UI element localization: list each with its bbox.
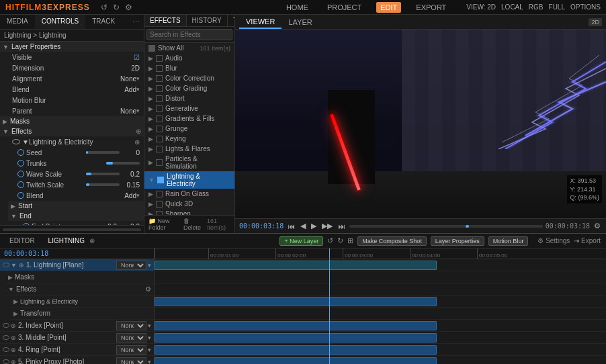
track-4-blend[interactable]: None [116, 345, 146, 355]
new-layer-btn[interactable]: + New Layer [279, 236, 323, 246]
effects-blur[interactable]: ▶Blur [144, 63, 234, 73]
playback-prev-frame[interactable]: ◀ [299, 222, 307, 230]
track-row-1[interactable]: ▼ ⊕ 1. Lightning [Plane] None ▾ [0, 259, 154, 271]
effects-lightning[interactable]: ▼Lightning & Electricity [144, 171, 234, 189]
effects-show-all[interactable]: Show All 161 Item(s) [144, 43, 234, 53]
nav-tab-home[interactable]: HOME [282, 2, 312, 13]
section-start[interactable]: ▶ Start [8, 201, 144, 211]
tl-block-5[interactable] [155, 357, 437, 364]
track-row-3[interactable]: ⊕ 3. Middle [Point] None ▾ [0, 332, 154, 344]
effects-search-input[interactable] [146, 29, 232, 40]
composite-icon[interactable]: ⊞ [347, 236, 353, 245]
effects-sharpen[interactable]: ▶Sharpen [144, 209, 234, 215]
effects-particles[interactable]: ▶Particles & Simulation [144, 154, 234, 171]
section-layer-properties[interactable]: ▼ Layer Properties [0, 42, 144, 52]
tab-track[interactable]: TRACK [85, 15, 122, 29]
options-btn[interactable]: OPTIONS [570, 3, 601, 11]
effects-audio[interactable]: ▶Audio [144, 53, 234, 63]
tab-effects[interactable]: EFFECTS [144, 15, 187, 26]
effects-color-correction[interactable]: ▶Color Correction [144, 73, 234, 83]
make-composite-btn[interactable]: Make Composite Shot [357, 236, 427, 246]
tl-block-2[interactable] [155, 321, 437, 330]
panel-menu-icon[interactable]: ⋯ [128, 15, 144, 29]
track-1-eye[interactable] [3, 263, 9, 267]
settings-tl-btn[interactable]: ⚙ Settings [537, 237, 570, 244]
tab-editor[interactable]: EDITOR [5, 237, 39, 244]
effects-quick3d[interactable]: ▶Quick 3D [144, 199, 234, 209]
prop-lightning-header[interactable]: ▼ Lightning & Electricity ⊕ [8, 136, 144, 147]
tab-te[interactable]: TE [228, 15, 235, 26]
effects-lights-flares[interactable]: ▶Lights & Flares [144, 144, 234, 154]
undo-icon[interactable]: ↺ [101, 3, 107, 12]
section-masks[interactable]: ▶ Masks [0, 116, 144, 126]
effects-distort[interactable]: ▶Distort [144, 93, 234, 103]
left-panel-scrollbar[interactable] [0, 225, 144, 233]
nav-tab-edit[interactable]: EDIT [376, 2, 401, 13]
track-row-le[interactable]: ▶ Lightning & Electricity [11, 295, 154, 308]
tab-viewer[interactable]: VIEWER [239, 15, 282, 29]
tab-layer[interactable]: LAYER [282, 15, 318, 29]
tl-block-1[interactable] [155, 261, 437, 270]
breadcrumb: Lightning > Lightning [0, 30, 144, 42]
viewer-progress-bar[interactable] [349, 225, 543, 228]
playback-skip-end[interactable]: ⏭ [337, 222, 347, 230]
tab-history[interactable]: HISTORY [187, 15, 228, 26]
track-4-eye[interactable] [3, 347, 9, 352]
rgb-btn[interactable]: RGB [529, 3, 544, 11]
controls-scroll[interactable]: ▼ Layer Properties Visible ☑ Dimension 2… [0, 42, 144, 225]
effects-grunge[interactable]: ▶Grunge [144, 124, 234, 134]
timeline-blocks-area[interactable]: 00:00:01:00 00:00:02:00 00:00:03:00 00:0… [155, 248, 606, 364]
tl-block-le[interactable] [155, 297, 437, 306]
playback-skip-start[interactable]: ⏮ [286, 222, 296, 230]
track-row-4[interactable]: ⊕ 4. Ring [Point] None ▾ [0, 344, 154, 356]
effects-gradients[interactable]: ▶Gradients & Fills [144, 113, 234, 124]
settings-icon[interactable]: ⚙ [125, 3, 132, 12]
new-folder-btn[interactable]: 📁 New Folder [148, 218, 179, 231]
tab-media[interactable]: MEDIA [0, 15, 35, 29]
track-3-blend[interactable]: None [116, 333, 146, 343]
section-effects[interactable]: ▼ Effects ⊕ [0, 126, 144, 136]
motion-blur-btn[interactable]: Motion Blur [488, 236, 529, 246]
track-5-eye[interactable] [3, 359, 9, 364]
effects-keying[interactable]: ▶Keying [144, 134, 234, 144]
track-4-arrow[interactable]: ▾ [148, 347, 151, 353]
effects-color-grading[interactable]: ▶Color Grading [144, 83, 234, 93]
undo-tl-icon[interactable]: ↺ [327, 236, 333, 245]
track-5-blend[interactable]: None [116, 357, 146, 365]
track-5-arrow[interactable]: ▾ [148, 359, 151, 365]
delete-btn[interactable]: 🗑 Delete [183, 218, 203, 231]
effects-generative[interactable]: ▶Generative [144, 103, 234, 113]
track-1-blend[interactable]: None [116, 261, 146, 270]
playback-next-frame[interactable]: ▶▶ [320, 222, 334, 230]
playhead[interactable] [329, 248, 330, 259]
track-3-eye[interactable] [3, 335, 9, 340]
track-row-effects[interactable]: ▼ Effects ⚙ [5, 283, 154, 295]
tl-block-3[interactable] [155, 333, 437, 343]
nav-tab-project[interactable]: PROJECT [323, 2, 365, 13]
track-row-2[interactable]: ⊕ 2. Index [Point] None ▾ [0, 320, 154, 332]
view-mode-btn[interactable]: VIEW: 2D [466, 3, 496, 11]
effects-gear-icon[interactable]: ⚙ [145, 285, 151, 293]
track-row-transform[interactable]: ▶ Transform [11, 308, 154, 320]
track-2-blend[interactable]: None [116, 321, 146, 330]
full-btn[interactable]: FULL [549, 3, 565, 11]
track-2-arrow[interactable]: ▾ [148, 322, 151, 329]
playback-play[interactable]: ▶ [310, 222, 318, 230]
tl-block-4[interactable] [155, 345, 437, 355]
viewer-settings-icon[interactable]: ⚙ [593, 222, 602, 230]
redo-tl-icon[interactable]: ↻ [337, 236, 343, 245]
tab-lightning[interactable]: LIGHTNING ⊗ [44, 237, 99, 244]
local-btn[interactable]: LOCAL [501, 3, 523, 11]
section-end[interactable]: ▼ End [8, 211, 144, 221]
effects-rain-glass[interactable]: ▶Rain On Glass [144, 189, 234, 199]
track-3-arrow[interactable]: ▾ [148, 334, 151, 341]
layer-properties-btn[interactable]: Layer Properties [431, 236, 484, 246]
track-row-mask[interactable]: ▶ Masks [5, 271, 154, 283]
track-row-5[interactable]: ⊕ 5. Pinky Proxy [Photo] None ▾ [0, 356, 154, 364]
track-2-eye[interactable] [3, 323, 9, 328]
redo-icon[interactable]: ↻ [113, 3, 120, 12]
tab-controls[interactable]: CONTROLS [35, 15, 86, 29]
nav-tab-export[interactable]: EXPORT [412, 2, 450, 13]
track-1-arrow[interactable]: ▾ [148, 262, 151, 269]
export-tl-btn[interactable]: ⇥ Export [574, 237, 601, 244]
